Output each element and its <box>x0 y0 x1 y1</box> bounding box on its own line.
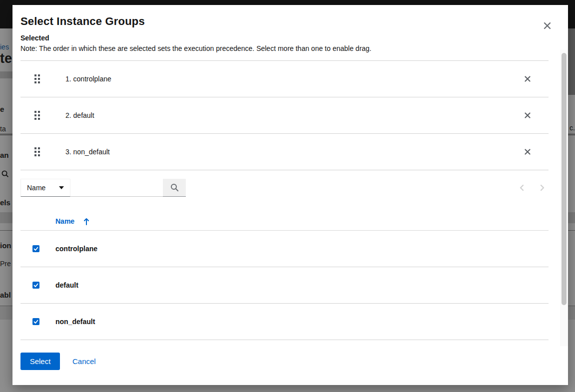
search-toolbar: Name <box>20 179 549 197</box>
row-checkbox[interactable] <box>32 282 39 289</box>
remove-x-icon[interactable] <box>524 111 532 119</box>
table-row[interactable]: default <box>20 267 549 304</box>
search-input[interactable] <box>70 179 163 197</box>
filter-key-value: Name <box>27 184 45 192</box>
check-icon <box>33 247 38 251</box>
select-button[interactable]: Select <box>20 353 60 370</box>
instance-group-name: default <box>55 281 78 289</box>
instance-group-name: non_default <box>55 318 95 326</box>
drag-handle-icon[interactable] <box>34 74 40 83</box>
magnifying-glass-icon <box>170 183 179 192</box>
selected-item-row[interactable]: 2. default <box>20 97 549 134</box>
table-row[interactable]: non_default <box>20 304 549 340</box>
selected-item-label: 2. default <box>65 111 94 119</box>
chevron-right-icon[interactable] <box>537 182 548 193</box>
search-submit-button[interactable] <box>163 179 186 197</box>
modal-header: Select Instance Groups Selected Note: Th… <box>12 5 568 60</box>
selected-item-label: 1. controlplane <box>65 75 111 83</box>
check-icon <box>33 320 38 324</box>
precedence-note: Note: The order in which these are selec… <box>20 44 538 52</box>
remove-x-icon[interactable] <box>524 75 532 83</box>
row-checkbox[interactable] <box>32 245 39 252</box>
table-header-row: Name <box>20 212 549 231</box>
selected-item-row[interactable]: 3. non_default <box>20 134 549 170</box>
modal-scrollbar-track[interactable] <box>560 50 568 346</box>
filter-key-dropdown[interactable]: Name <box>20 179 70 197</box>
drag-handle-icon[interactable] <box>34 111 40 120</box>
modal-footer: Select Cancel <box>20 353 560 370</box>
column-header-name[interactable]: Name <box>55 217 89 225</box>
remove-x-icon[interactable] <box>524 148 532 156</box>
pagination <box>517 179 548 197</box>
cancel-button[interactable]: Cancel <box>72 357 96 366</box>
arrow-up-icon[interactable] <box>83 218 89 225</box>
table-row[interactable]: controlplane <box>20 231 549 267</box>
chevron-left-icon[interactable] <box>517 182 527 193</box>
select-instance-groups-modal: Select Instance Groups Selected Note: Th… <box>12 5 568 385</box>
instance-group-name: controlplane <box>55 245 97 253</box>
close-icon[interactable] <box>542 20 553 31</box>
selected-item-label: 3. non_default <box>65 148 110 156</box>
modal-scrollbar-thumb[interactable] <box>562 53 567 305</box>
column-header-label: Name <box>55 217 74 225</box>
selected-item-row[interactable]: 1. controlplane <box>20 61 549 97</box>
caret-down-icon <box>59 186 64 189</box>
check-icon <box>33 283 38 288</box>
selected-section-label: Selected <box>20 34 538 42</box>
modal-title: Select Instance Groups <box>20 15 538 28</box>
row-checkbox[interactable] <box>32 318 39 325</box>
drag-handle-icon[interactable] <box>34 147 40 156</box>
modal-body: 1. controlplane 2. default 3. non_defaul… <box>20 60 549 340</box>
